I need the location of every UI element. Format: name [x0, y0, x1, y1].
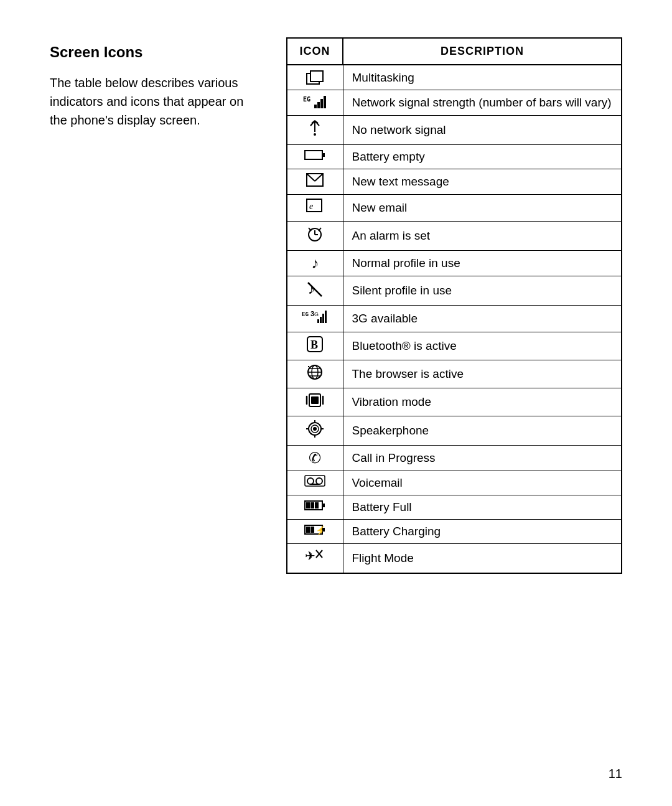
icon-description: No network signal: [343, 115, 622, 144]
svg-rect-61: [322, 504, 325, 507]
svg-rect-66: [322, 528, 325, 532]
icon-description: New text message: [343, 169, 622, 194]
flight-mode-icon: ✈: [287, 543, 343, 573]
section-description: The table below describes various indica…: [50, 73, 261, 129]
icon-column-header: Icon: [287, 38, 343, 65]
svg-text:B: B: [310, 339, 318, 351]
icon-description: New email: [343, 194, 622, 221]
svg-text:G: G: [314, 311, 319, 317]
table-row: ♪ Silent profile in use: [287, 276, 622, 305]
normal-profile-icon: ♪: [287, 250, 343, 276]
icon-description: Battery Charging: [343, 519, 622, 543]
svg-rect-3: [314, 105, 317, 108]
browser-icon: [287, 360, 343, 388]
table-row: Voicemail: [287, 471, 622, 495]
table-row: An alarm is set: [287, 221, 622, 250]
table-row: EG Network signal strength (number of ba…: [287, 90, 622, 116]
svg-text:✈: ✈: [305, 549, 315, 563]
battery-empty-icon: [287, 144, 343, 169]
bluetooth-icon: B: [287, 332, 343, 360]
icon-description: 3G available: [343, 305, 622, 332]
network-signal-icon: EG: [287, 90, 343, 116]
svg-rect-45: [311, 396, 319, 404]
svg-rect-63: [306, 527, 310, 533]
icon-description: Voicemail: [343, 471, 622, 495]
alarm-icon: [287, 221, 343, 250]
svg-rect-58: [306, 502, 310, 508]
svg-rect-13: [305, 151, 322, 159]
description-column-header: Description: [343, 38, 622, 65]
svg-line-11: [315, 121, 319, 126]
table-row: Vibration mode: [287, 388, 622, 416]
table-row: Battery Full: [287, 495, 622, 519]
table-row: ✆Call in Progress: [287, 445, 622, 471]
icon-description: Battery Full: [343, 495, 622, 519]
icon-description: An alarm is set: [343, 221, 622, 250]
speakerphone-icon: [287, 416, 343, 445]
svg-rect-6: [324, 96, 326, 108]
svg-line-10: [310, 121, 315, 126]
battery-full-icon: [287, 495, 343, 519]
svg-rect-64: [310, 527, 314, 533]
icon-description: Speakerphone: [343, 416, 622, 445]
svg-rect-1: [310, 71, 323, 82]
svg-text:EG: EG: [303, 96, 310, 103]
no-network-signal-icon: [287, 115, 343, 144]
svg-rect-4: [317, 102, 320, 108]
svg-rect-5: [320, 99, 323, 108]
3g-available-icon: EG 3 G: [287, 305, 343, 332]
svg-rect-59: [310, 502, 314, 508]
vibration-icon: [287, 388, 343, 416]
icon-description: Silent profile in use: [343, 276, 622, 305]
table-row: EG 3 G 3G available: [287, 305, 622, 332]
table-row: Battery empty: [287, 144, 622, 169]
table-row: New text message: [287, 169, 622, 194]
icon-description: Call in Progress: [343, 445, 622, 471]
svg-text:e: e: [309, 202, 313, 211]
svg-rect-30: [317, 319, 319, 323]
voicemail-icon: [287, 471, 343, 495]
svg-rect-33: [325, 311, 327, 323]
page-number: 11: [609, 767, 622, 781]
table-row: ⚡ Battery Charging: [287, 519, 622, 543]
silent-profile-icon: ♪: [287, 276, 343, 305]
battery-charging-icon: ⚡: [287, 519, 343, 543]
table-row: Speakerphone: [287, 416, 622, 445]
table-row: B Bluetooth® is active: [287, 332, 622, 360]
new-email-icon: e: [287, 194, 343, 221]
table-row: The browser is active: [287, 360, 622, 388]
section-title: Screen Icons: [50, 44, 261, 61]
table-row: Multitasking: [287, 65, 622, 90]
right-panel: Icon Description Multitasking EG Network…: [286, 37, 622, 574]
new-text-message-icon: [287, 169, 343, 194]
svg-rect-31: [320, 317, 322, 323]
table-row: e New email: [287, 194, 622, 221]
left-panel: Screen Icons The table below describes v…: [50, 37, 261, 129]
icon-description: Vibration mode: [343, 388, 622, 416]
svg-point-12: [314, 133, 316, 136]
icon-description: Normal profile in use: [343, 250, 622, 276]
multitasking-icon: [287, 65, 343, 90]
icon-description: Flight Mode: [343, 543, 622, 573]
icon-description: The browser is active: [343, 360, 622, 388]
table-row: No network signal: [287, 115, 622, 144]
svg-rect-60: [315, 502, 319, 508]
icon-description: Multitasking: [343, 65, 622, 90]
svg-point-48: [313, 427, 317, 431]
icon-description: Network signal strength (number of bars …: [343, 90, 622, 116]
svg-rect-32: [322, 314, 324, 323]
icons-table: Icon Description Multitasking EG Network…: [286, 37, 622, 574]
table-row: ♪Normal profile in use: [287, 250, 622, 276]
svg-text:EG: EG: [302, 311, 309, 317]
icon-description: Bluetooth® is active: [343, 332, 622, 360]
call-in-progress-icon: ✆: [287, 445, 343, 471]
icon-description: Battery empty: [343, 144, 622, 169]
table-row: ✈ Flight Mode: [287, 543, 622, 573]
svg-rect-14: [322, 153, 325, 157]
